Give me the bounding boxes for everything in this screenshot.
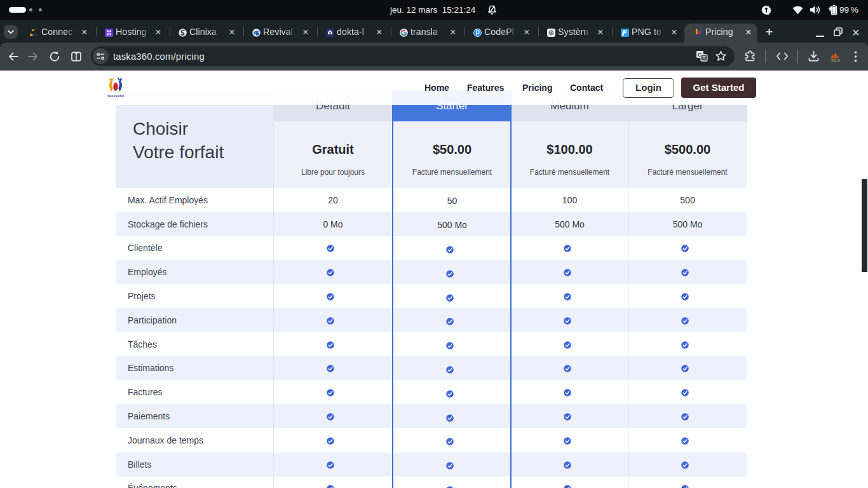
svg-text:SELLA: SELLA [831,59,840,62]
svg-text:Taska360: Taska360 [107,94,124,98]
